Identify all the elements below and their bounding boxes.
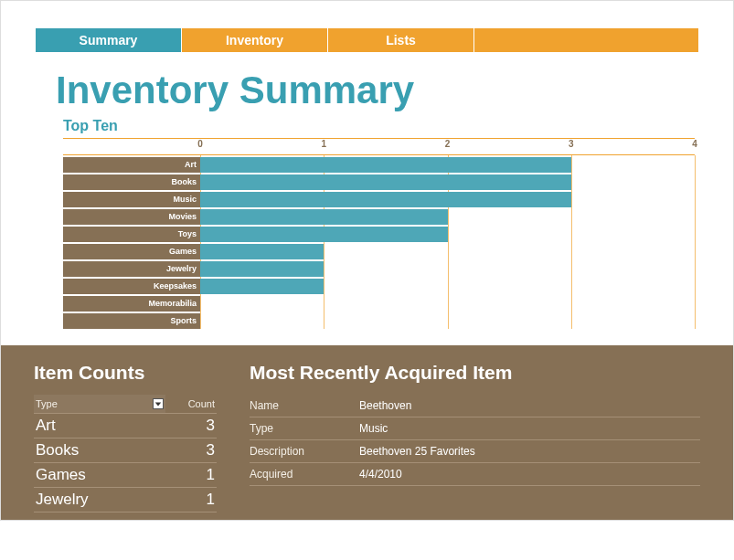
chart-bar-row: Sports (63, 313, 695, 329)
chart-bar-label: Keepsakes (63, 279, 200, 294)
chart-bar-label: Games (63, 244, 200, 259)
chart-bar (200, 192, 571, 207)
recent-value-description: Beethoven 25 Favorites (359, 445, 700, 458)
item-counts-header-count[interactable]: Count (165, 395, 217, 413)
item-counts-count: 3 (165, 414, 217, 438)
chart-bar-row: Art (63, 157, 695, 173)
item-counts-header-type[interactable]: Type (34, 395, 165, 413)
item-counts-count: 1 (165, 488, 217, 512)
chart-bar (200, 244, 324, 259)
tab-summary[interactable]: Summary (36, 28, 182, 52)
chart-bar-row: Movies (63, 209, 695, 225)
chart-bar-label: Jewelry (63, 261, 200, 277)
tab-lists[interactable]: Lists (328, 28, 474, 52)
chart-bar-row: Books (63, 174, 695, 190)
chart-tick: 3 (569, 139, 574, 149)
chart-area: ArtBooksMusicMoviesToysGamesJewelryKeeps… (63, 155, 695, 329)
chart-bar (200, 209, 448, 225)
chart-bar-row: Toys (63, 227, 695, 242)
tab-inventory[interactable]: Inventory (182, 28, 328, 52)
recent-label-acquired: Acquired (250, 468, 359, 481)
chart-bar-label: Books (63, 174, 200, 190)
recent-value-type: Music (359, 422, 700, 435)
chart-bar (200, 157, 571, 173)
chart-bar-row: Jewelry (63, 261, 695, 277)
page-title: Inventory Summary (56, 69, 733, 112)
tab-filler (474, 28, 698, 52)
chart-bar (200, 227, 448, 242)
chart-bar-label: Art (63, 157, 200, 173)
chart-bar-label: Sports (63, 313, 200, 329)
item-counts-type: Art (34, 414, 165, 438)
item-counts-title: Item Counts (34, 362, 217, 384)
recent-label-name: Name (250, 399, 359, 412)
item-counts-count: 1 (165, 463, 217, 487)
item-counts-type: Jewelry (34, 488, 165, 512)
chart-title: Top Ten (63, 118, 733, 134)
top-ten-chart: 01234 ArtBooksMusicMoviesToysGamesJewelr… (63, 138, 695, 329)
recent-row-type: Type Music (250, 417, 700, 440)
chart-bar-label: Toys (63, 227, 200, 242)
recent-item-panel: Most Recently Acquired Item Name Beethov… (250, 362, 700, 512)
chart-bar-row: Music (63, 192, 695, 207)
chart-tick: 0 (197, 139, 203, 149)
chart-bar-label: Movies (63, 209, 200, 225)
header-type-label: Type (36, 398, 58, 409)
recent-label-description: Description (250, 445, 359, 458)
chart-bar (200, 174, 571, 190)
recent-row-acquired: Acquired 4/4/2010 (250, 463, 700, 486)
recent-label-type: Type (250, 422, 359, 435)
chart-bar-row: Games (63, 244, 695, 259)
chart-bar-row: Memorabilia (63, 296, 695, 312)
recent-row-name: Name Beethoven (250, 395, 700, 417)
recent-value-acquired: 4/4/2010 (359, 468, 700, 481)
chart-tick: 2 (445, 139, 451, 149)
sort-descending-icon[interactable] (153, 398, 164, 409)
item-counts-type: Books (34, 438, 165, 462)
chart-bar (200, 279, 324, 294)
table-row: Jewelry1 (34, 488, 217, 512)
table-row: Books3 (34, 438, 217, 463)
chart-bar-label: Memorabilia (63, 296, 200, 312)
chart-tick: 4 (692, 139, 697, 149)
tab-bar: Summary Inventory Lists (36, 28, 698, 52)
recent-value-name: Beethoven (359, 399, 700, 412)
item-counts-header: Type Count (34, 395, 217, 414)
recent-item-title: Most Recently Acquired Item (250, 362, 700, 384)
chart-bar (200, 261, 324, 277)
recent-row-description: Description Beethoven 25 Favorites (250, 440, 700, 463)
item-counts-count: 3 (165, 438, 217, 462)
chart-x-axis: 01234 (63, 139, 695, 155)
table-row: Art3 (34, 414, 217, 438)
chart-bar-label: Music (63, 192, 200, 207)
table-row: Games1 (34, 463, 217, 488)
bottom-panel: Item Counts Type Count Art3Books3Games1J… (1, 345, 733, 520)
chart-bar-row: Keepsakes (63, 279, 695, 294)
item-counts-type: Games (34, 463, 165, 487)
chart-tick: 1 (321, 139, 326, 149)
item-counts-panel: Item Counts Type Count Art3Books3Games1J… (34, 362, 217, 512)
